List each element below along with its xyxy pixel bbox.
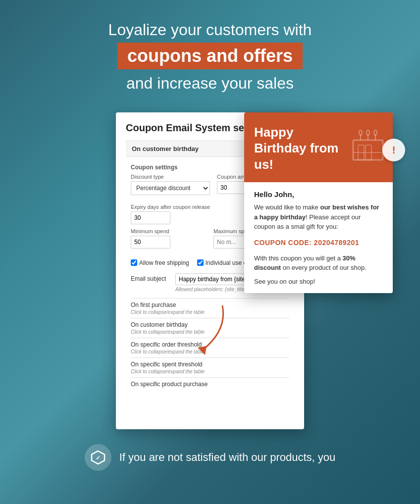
header-section: Loyalize your customers with coupons and… (0, 0, 420, 102)
header-line3: and increase your sales (50, 74, 370, 93)
arrow-container (188, 301, 227, 362)
email-card-body: Hello John, We would like to make our be… (244, 182, 393, 293)
notification-icon: ! (382, 139, 405, 161)
collapsible-title: On specific spent threshold (131, 361, 289, 368)
notification-symbol: ! (392, 145, 396, 156)
svg-marker-0 (198, 346, 207, 355)
coupon-code: 20204789201 (314, 239, 359, 247)
body-intro: We would like to make (254, 203, 320, 211)
discount-pre: With this coupon you will get a (254, 254, 342, 262)
allow-free-shipping-label: Allow free shipping (139, 259, 189, 266)
coupon-code-line: COUPON CODE: 20204789201 (254, 239, 383, 247)
discount-type-select[interactable]: Percentage discount (131, 181, 210, 195)
list-item[interactable]: On specific product purchase (131, 377, 289, 391)
email-card-title: Happy Birthday from us! (254, 124, 343, 173)
bottom-text: If you are not satisfied with our produc… (119, 451, 336, 464)
allow-free-shipping-input[interactable] (131, 259, 137, 266)
email-subject-label: Email subject (131, 273, 170, 282)
collapsible-title: On specific product purchase (131, 381, 289, 388)
allow-free-shipping-checkbox[interactable]: Allow free shipping (131, 259, 189, 266)
bottom-icon: ✓ (85, 444, 111, 471)
individual-use-input[interactable] (197, 259, 204, 266)
coupon-label: COUPON CODE: (254, 239, 312, 247)
header-line1: Loyalize your customers with (50, 20, 370, 41)
discount-post: on every product of our shop. (281, 264, 367, 271)
minimum-spend-label: Minimum spend (131, 228, 207, 234)
email-greeting: Hello John, (254, 190, 383, 199)
minimum-spend-field: Minimum spend (131, 228, 207, 249)
bottom-section: ✓ If you are not satisfied with our prod… (0, 434, 420, 481)
email-card: Happy Birthday from us! (244, 112, 393, 293)
minimum-spend-input[interactable] (131, 236, 170, 249)
expiry-days-input[interactable] (131, 211, 170, 224)
discount-type-field: Discount type Percentage discount (131, 174, 210, 195)
content-wrapper: Loyalize your customers with coupons and… (0, 0, 420, 504)
arrow-icon (188, 301, 227, 360)
main-content: Coupon Email System settings On customer… (0, 102, 420, 434)
cake-icon (348, 120, 388, 167)
email-sign-off: See you on our shop! (254, 278, 383, 285)
individual-use-checkbox[interactable]: Individual use o... (197, 259, 252, 266)
header-highlight: coupons and offers (117, 43, 303, 69)
svg-text:✓: ✓ (96, 454, 101, 461)
email-body-text: We would like to make our best wishes fo… (254, 202, 383, 232)
discount-type-label: Discount type (131, 174, 210, 180)
bottom-hexagon-icon: ✓ (90, 450, 106, 465)
email-footer-text: With this coupon you will get a 30% disc… (254, 253, 383, 273)
email-card-header: Happy Birthday from us! (244, 112, 393, 183)
collapsible-sub: Click to collapse/expand the table (131, 369, 289, 374)
